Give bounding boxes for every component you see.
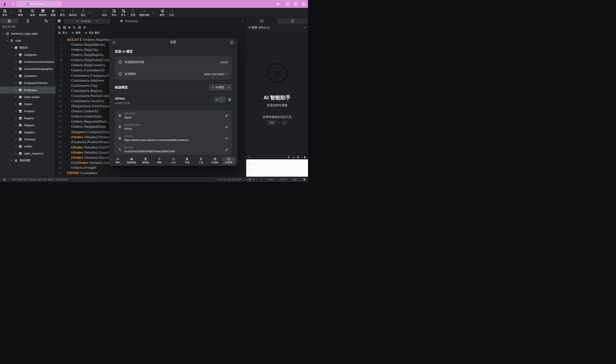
encoding[interactable]: UTF-8	[277, 177, 289, 182]
toolbar-button-database-search[interactable]: 搜索	[16, 8, 25, 18]
collapse-button[interactable]	[83, 26, 86, 29]
window-maximize-button[interactable]	[293, 1, 298, 6]
provider-field-api-地址[interactable]: API 地址https://dashscope.aliyuncs.com/com…	[115, 132, 232, 144]
toolbar-button-database-schema[interactable]: 架构	[28, 8, 37, 18]
save-button[interactable]	[63, 26, 66, 29]
tree-item-employees[interactable]: Employees	[0, 87, 55, 93]
word-wrap-toggle[interactable]	[257, 177, 265, 182]
prompt-input-area[interactable]	[246, 159, 308, 177]
provider-delete-button[interactable]	[228, 98, 232, 102]
tab-ai-assistant[interactable]: AI	[277, 18, 308, 24]
toolbar-button-data-transfer-arrows[interactable]: 数据传输	[137, 8, 151, 18]
tree-item-regions[interactable]: Regions	[0, 115, 55, 122]
tab-advanced[interactable]: 高级	[71, 31, 81, 35]
toolbar-caret-data-transfer-arrows[interactable]	[151, 8, 155, 18]
ai-model-dropdown[interactable]: AI 模型: [(NULL)]	[246, 24, 308, 31]
toolbar-button-index-brackets[interactable]: 索引	[58, 8, 67, 18]
settings-close-button[interactable]	[229, 40, 234, 45]
tree-item-territories[interactable]: Territories	[0, 136, 55, 143]
indent-setting[interactable]: 空格: 4	[244, 177, 257, 182]
connection-tab-close-icon[interactable]: ✕	[50, 3, 52, 5]
tree-item-order-details[interactable]: Order Details	[0, 93, 55, 101]
toolbar-button-trigger-lightning[interactable]: 触发器	[67, 8, 79, 18]
settings-category-数据网格[interactable]: 数据网格	[125, 157, 138, 165]
toolbar-button-query-window[interactable]: 查询	[0, 8, 9, 18]
tree-item-main[interactable]: main	[0, 37, 55, 44]
add-ai-model-button[interactable]: AI 模型	[209, 84, 226, 91]
settings-category-快捷键[interactable]: 快捷键	[208, 157, 221, 165]
tree-item-customers[interactable]: Customers	[0, 72, 55, 79]
tree-item-orders[interactable]: Orders	[0, 101, 55, 108]
toolbar-button-model-diagram[interactable]: 模型	[157, 8, 167, 18]
table-list-button[interactable]	[57, 19, 61, 23]
settings-category-工具[interactable]: 工具	[194, 157, 207, 165]
doc-tab-employees[interactable]: Employees	[120, 20, 138, 23]
settings-category-存储[interactable]: 存储	[180, 157, 193, 165]
tree-item-suppliers[interactable]: Suppliers	[0, 129, 55, 136]
sidebar-tab-tree-structure[interactable]	[0, 18, 18, 23]
field-edit-button[interactable]	[225, 125, 228, 129]
provider-add-model-caret[interactable]	[220, 97, 225, 102]
provider-add-model-button[interactable]	[214, 97, 219, 102]
tree-item-shippers[interactable]: Shippers	[0, 122, 55, 129]
toolbar-button-table-grid[interactable]: 数据表	[37, 8, 49, 18]
doc-tab-overflow-caret[interactable]	[242, 20, 244, 22]
doc-tab-invoices[interactable]: Invoices ✕	[64, 18, 110, 24]
doc-tab-invoices-close-icon[interactable]: ✕	[96, 20, 97, 22]
connection-tab-northwind[interactable]: Northwind ✕	[16, 1, 62, 7]
settings-category-编辑器[interactable]: 编辑器	[139, 157, 152, 165]
field-edit-button[interactable]	[225, 148, 228, 151]
line-ending[interactable]: CRLF	[265, 177, 277, 182]
toolbar-caret-others-diamonds[interactable]	[88, 8, 91, 18]
settings-cards-button[interactable]	[78, 26, 81, 29]
window-close-button[interactable]	[301, 1, 306, 6]
toolbar-button-dump-sync[interactable]: 转存	[100, 8, 109, 18]
download-button[interactable]	[292, 156, 295, 159]
setting-row-首选模型供应商[interactable]: 首选模型供应商AliYun	[115, 56, 232, 68]
toolbar-caret-query-window[interactable]	[9, 8, 13, 18]
panel-toggle-button[interactable]	[300, 177, 308, 182]
tree-item-customerdemographics[interactable]: CustomerDemographics	[0, 65, 55, 72]
language-mode[interactable]: SQL	[289, 177, 300, 182]
toolbar-button-log-history[interactable]: 日志	[167, 8, 176, 18]
tree-item-数据表[interactable]: 数据表	[0, 44, 55, 51]
cursor-position[interactable]: Ln 5, Col 30, Pos 136	[215, 177, 244, 182]
tree-item-employeeterritories[interactable]: EmployeeTerritories	[0, 79, 55, 87]
provider-field-供应商展示名称[interactable]: 供应商展示名称AliYun	[115, 121, 232, 132]
run-button[interactable]	[68, 26, 71, 29]
new-connection-tab-button[interactable]	[10, 1, 15, 6]
window-minimize-button[interactable]	[285, 1, 290, 6]
tree-item-categories[interactable]: Categories	[0, 51, 55, 58]
settings-category-日志[interactable]: 日志	[167, 157, 180, 165]
new-file-button[interactable]	[297, 156, 300, 159]
field-edit-button[interactable]	[225, 114, 228, 117]
settings-category-通用[interactable]: 通用	[111, 157, 124, 165]
tree-item-数据视图[interactable]: 数据视图	[0, 157, 55, 164]
new-query-button[interactable]	[57, 26, 61, 29]
settings-category-网络[interactable]: 网络	[153, 157, 166, 165]
tree-item-customercustomerdemo[interactable]: CustomerCustomerDemo	[0, 58, 55, 65]
format-button[interactable]	[72, 26, 76, 29]
tab-sql-preview[interactable]: SQL 预览	[84, 31, 100, 35]
sidebar-tab-er-diagram[interactable]	[37, 18, 55, 23]
send-prompt-button[interactable]	[303, 156, 306, 159]
toolbar-button-database-export[interactable]: 导出	[109, 8, 119, 18]
setting-row-首选模型[interactable]: 首选模型qwen-max-latest	[115, 68, 232, 80]
toolbar-button-docs-book[interactable]: 文档	[128, 8, 137, 18]
tree-item-conflict[interactable]: conflict	[0, 143, 55, 150]
toolbar-button-view-hexagon[interactable]: 视图	[49, 8, 58, 18]
tree-item-northwind-large-sqlite[interactable]: Northwind_large.sqlite	[0, 30, 55, 37]
toolbar-button-database-import[interactable]: 导入	[119, 8, 128, 18]
tree-item-products[interactable]: Products	[0, 108, 55, 115]
bookmark-add-button[interactable]	[287, 156, 290, 159]
sidebar-tab-sql-file[interactable]: SQL	[19, 18, 37, 23]
hamburger-menu-icon[interactable]	[276, 2, 280, 6]
tree-item-sqlite-sequence[interactable]: sqlite_sequence	[0, 150, 55, 157]
provider-field-供应商名称[interactable]: 供应商名称aliyun	[115, 110, 232, 121]
toolbar-button-others-diamonds[interactable]: 其它	[79, 8, 88, 18]
settings-category-ai-助手[interactable]: AIAI 助手	[222, 157, 235, 165]
sidebar-toggle-button[interactable]	[0, 177, 10, 182]
provider-field-api-密钥[interactable]: API 密钥sk-0c653a2d3de04fd8b70abca3fd93163…	[115, 144, 232, 155]
add-ai-model-caret[interactable]	[226, 84, 232, 91]
tab-definition[interactable]: 定义	[58, 31, 67, 35]
